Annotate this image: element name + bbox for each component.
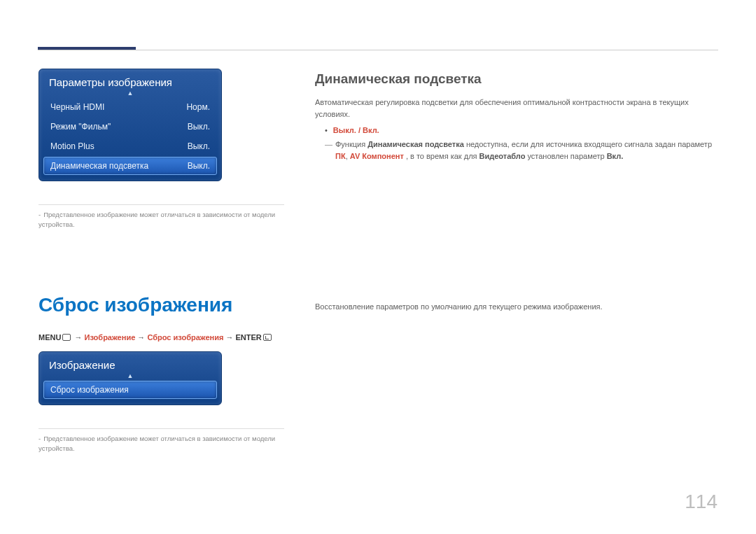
- caption: -Представленное изображение может отлича…: [38, 204, 284, 230]
- note-text: Функция: [335, 140, 368, 148]
- nav-enter-label: ENTER: [235, 333, 261, 342]
- note-bold: Вкл.: [607, 152, 624, 160]
- chevron-up-icon: ▲: [39, 90, 221, 97]
- menu-item-value: Норм.: [186, 102, 210, 112]
- menu-item-label: Черный HDMI: [50, 102, 104, 112]
- left-column: Параметры изображения ▲ Черный HDMI Норм…: [38, 69, 315, 230]
- note-text: недоступна, если для источника входящего…: [464, 140, 712, 148]
- menu-icon: [62, 334, 71, 341]
- nav-arrow: →: [72, 333, 84, 342]
- section-heading: Сброс изображения: [38, 294, 315, 316]
- menu-item-film-mode[interactable]: Режим "Фильм" Выкл.: [43, 118, 217, 136]
- header-divider: [38, 50, 718, 50]
- nav-arrow: →: [135, 333, 147, 342]
- nav-item: Сброс изображения: [147, 333, 223, 342]
- menu-panel-image-options: Параметры изображения ▲ Черный HDMI Норм…: [38, 69, 222, 181]
- bullet-options: • Выкл. / Вкл.: [325, 126, 718, 134]
- nav-menu-label: MENU: [38, 333, 61, 342]
- body-paragraph: Восстановление параметров по умолчанию д…: [315, 301, 718, 313]
- menu-item-label: Режим "Фильм": [50, 122, 111, 132]
- note-red: ПК: [335, 152, 346, 160]
- nav-item: Изображение: [85, 333, 136, 342]
- menu-item-black-hdmi[interactable]: Черный HDMI Норм.: [43, 98, 217, 116]
- note-text: установлен параметр: [525, 152, 606, 160]
- enter-icon: [263, 334, 272, 341]
- options-text: Выкл. / Вкл.: [333, 126, 379, 134]
- caption: -Представленное изображение может отлича…: [38, 428, 284, 454]
- body-paragraph: Автоматическая регулировка подсветки для…: [315, 97, 718, 120]
- menu-item-label: Motion Plus: [50, 141, 94, 151]
- right-column: Динамическая подсветка Автоматическая ре…: [315, 69, 718, 230]
- nav-arrow: →: [223, 333, 235, 342]
- menu-item-motion-plus[interactable]: Motion Plus Выкл.: [43, 137, 217, 155]
- note-bold: Видеотабло: [479, 152, 526, 160]
- bullet-dot-icon: •: [325, 126, 328, 134]
- menu-item-dynamic-backlight[interactable]: Динамическая подсветка Выкл.: [43, 157, 217, 175]
- page-number: 114: [685, 491, 718, 513]
- section-reset-picture: Сброс изображения MENU → Изображение → С…: [38, 294, 718, 454]
- menu-item-label: Сброс изображения: [50, 385, 129, 395]
- caption-text: Представленное изображение может отличат…: [38, 435, 275, 452]
- note-text: , в то время как для: [404, 152, 479, 160]
- menu-item-value: Выкл.: [188, 141, 210, 151]
- menu-item-label: Динамическая подсветка: [50, 161, 148, 171]
- caption-text: Представленное изображение может отличат…: [38, 211, 275, 228]
- menu-panel-image: Изображение ▲ Сброс изображения: [38, 351, 222, 405]
- menu-item-value: Выкл.: [188, 122, 210, 132]
- note-bold: Динамическая подсветка: [368, 140, 464, 148]
- navigation-path: MENU → Изображение → Сброс изображения →…: [38, 333, 315, 342]
- note: ― Функция Динамическая подсветка недосту…: [325, 139, 718, 162]
- page-content: Параметры изображения ▲ Черный HDMI Норм…: [38, 69, 718, 230]
- chevron-up-icon: ▲: [39, 372, 221, 379]
- note-red: AV Компонент: [350, 152, 404, 160]
- menu-item-reset-picture[interactable]: Сброс изображения: [43, 381, 217, 399]
- dash-icon: ―: [325, 139, 332, 162]
- section-heading: Динамическая подсветка: [315, 71, 718, 87]
- menu-item-value: Выкл.: [188, 161, 210, 171]
